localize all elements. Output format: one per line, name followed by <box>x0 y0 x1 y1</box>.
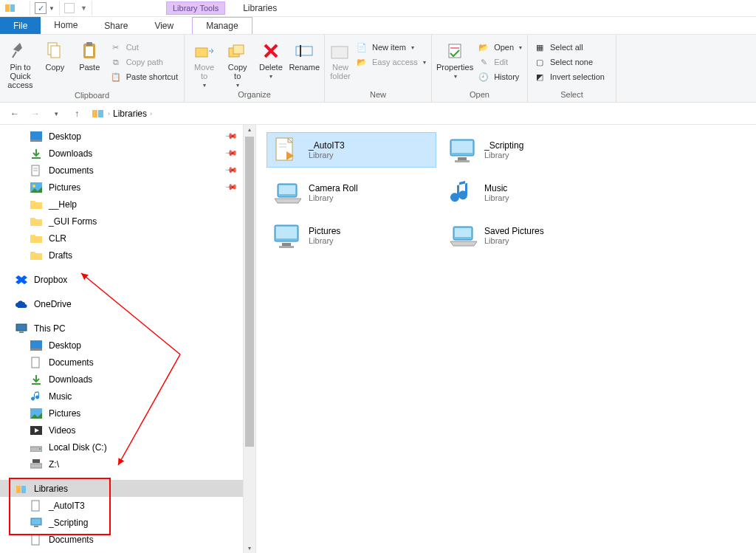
nav-forward-button[interactable]: → <box>27 105 44 123</box>
qat-check-icon[interactable]: ✓ <box>35 2 47 14</box>
tree-help[interactable]: __Help <box>0 196 255 213</box>
library-item[interactable]: Music Library <box>442 175 612 210</box>
library-item[interactable]: _Scripting Library <box>442 132 612 168</box>
tree-drafts[interactable]: Drafts <box>0 247 255 264</box>
tree-lib-documents[interactable]: Documents <box>0 531 255 548</box>
tree-libraries[interactable]: Libraries <box>0 480 255 497</box>
history-button[interactable]: 🕘History <box>476 70 523 83</box>
breadcrumb-libraries[interactable]: Libraries <box>113 109 147 119</box>
svg-rect-43 <box>32 501 39 511</box>
group-clipboard-label: Clipboard <box>4 89 179 101</box>
tree-pc-downloads[interactable]: Downloads <box>0 371 255 388</box>
pin-quick-access-button[interactable]: Pin to Quick access <box>4 38 36 89</box>
paste-shortcut-button[interactable]: 📋Paste shortcut <box>109 70 179 83</box>
new-item-icon: 📄 <box>356 41 368 53</box>
breadcrumb[interactable]: › Libraries › <box>89 105 155 123</box>
library-item[interactable]: Saved Pictures Library <box>442 218 612 253</box>
properties-icon <box>444 41 466 61</box>
tree-thispc[interactable]: This PC <box>0 320 255 337</box>
scrollbar-thumb[interactable] <box>245 137 254 447</box>
tree-lib-scripting[interactable]: _Scripting <box>0 514 255 531</box>
move-to-button[interactable]: Move to▾ <box>189 38 219 89</box>
tree-pc-localc[interactable]: Local Disk (C:) <box>0 439 255 456</box>
tree-documents[interactable]: Documents📌 <box>0 162 255 179</box>
new-item-button[interactable]: 📄New item▾ <box>354 41 427 54</box>
tree-pc-z[interactable]: Z:\ <box>0 456 255 473</box>
library-item[interactable]: Camera Roll Library <box>267 175 436 210</box>
doc-icon <box>272 135 301 165</box>
main-area: Desktop📌 Downloads📌 Documents📌 Pictures📌… <box>0 125 756 553</box>
qat-blank-icon[interactable] <box>64 3 75 13</box>
tree-pictures[interactable]: Pictures📌 <box>0 179 255 196</box>
svg-point-27 <box>32 185 35 188</box>
open-button[interactable]: 📂Open▾ <box>476 41 523 54</box>
library-item[interactable]: Pictures Library <box>267 218 436 253</box>
tree-pc-music[interactable]: Music <box>0 388 255 405</box>
new-folder-button[interactable]: New folder <box>329 38 351 80</box>
copy-to-button[interactable]: Copy to▾ <box>222 38 252 89</box>
item-subtitle: Library <box>309 193 358 202</box>
svg-rect-13 <box>296 47 312 55</box>
paste-button[interactable]: Paste <box>74 38 106 72</box>
svg-rect-7 <box>86 42 92 46</box>
invert-selection-button[interactable]: ◩Invert selection <box>532 70 606 83</box>
monitor-icon <box>447 135 477 165</box>
svg-point-38 <box>39 448 41 450</box>
cut-button[interactable]: ✂Cut <box>109 41 179 54</box>
ribbon: Pin to Quick access Copy Paste ✂Cut ⧉Cop… <box>0 35 756 103</box>
group-organize-label: Organize <box>189 89 320 100</box>
tree-lib-autoit[interactable]: _AutoIT3 <box>0 497 255 514</box>
tree-pc-videos[interactable]: Videos <box>0 422 255 439</box>
library-doc-icon <box>30 499 43 512</box>
dropbox-icon <box>15 273 28 286</box>
svg-rect-1 <box>10 4 15 12</box>
copy-button[interactable]: Copy <box>39 38 71 72</box>
library-item[interactable]: _AutoIT3 Library <box>267 132 436 168</box>
nav-recent-dropdown[interactable]: ▾ <box>47 105 65 123</box>
tree-dropbox[interactable]: Dropbox <box>0 271 255 288</box>
new-folder-icon <box>329 41 351 61</box>
tree-scrollbar[interactable]: ▴ ▾ <box>243 125 255 553</box>
svg-rect-59 <box>279 246 294 248</box>
qat-dropdown-icon[interactable]: ▼ <box>49 5 55 12</box>
tree-pc-pictures[interactable]: Pictures <box>0 405 255 422</box>
tab-share[interactable]: Share <box>91 17 141 34</box>
libraries-icon <box>92 107 105 120</box>
svg-rect-29 <box>19 332 24 333</box>
tree-downloads[interactable]: Downloads📌 <box>0 145 255 162</box>
tab-view[interactable]: View <box>141 17 187 34</box>
monitor-icon <box>272 221 301 250</box>
item-subtitle: Library <box>309 236 340 245</box>
tab-home[interactable]: Home <box>41 17 91 34</box>
easy-access-icon: 📂 <box>356 56 368 68</box>
shortcut-icon: 📋 <box>110 71 122 83</box>
downloads-icon <box>30 147 43 160</box>
tree-desktop[interactable]: Desktop📌 <box>0 128 255 145</box>
tree-gui[interactable]: _GUI Forms <box>0 213 255 230</box>
select-all-button[interactable]: ▦Select all <box>532 41 606 54</box>
tree-clr[interactable]: CLR <box>0 230 255 247</box>
tab-manage[interactable]: Manage <box>192 17 252 34</box>
desktop-icon <box>30 339 43 352</box>
properties-button[interactable]: Properties▾ <box>436 38 473 80</box>
laptop-icon <box>272 178 301 207</box>
edit-button[interactable]: ✎Edit <box>476 55 523 69</box>
open-icon: 📂 <box>478 41 489 53</box>
folder-icon <box>30 249 43 262</box>
tree-pc-documents[interactable]: Documents <box>0 354 255 371</box>
nav-up-button[interactable]: ↑ <box>68 105 86 123</box>
easy-access-button[interactable]: 📂Easy access▾ <box>354 55 427 69</box>
copy-path-button[interactable]: ⧉Copy path <box>109 55 179 69</box>
tree-pc-desktop[interactable]: Desktop <box>0 337 255 354</box>
svg-rect-39 <box>30 464 42 468</box>
delete-icon <box>260 41 282 61</box>
nav-back-button[interactable]: ← <box>6 105 24 123</box>
svg-rect-61 <box>455 228 471 237</box>
select-none-button[interactable]: ▢Select none <box>532 55 606 69</box>
tree-onedrive[interactable]: OneDrive <box>0 295 255 312</box>
tab-file[interactable]: File <box>0 17 41 34</box>
rename-button[interactable]: Rename <box>289 38 320 72</box>
delete-button[interactable]: Delete▾ <box>255 38 286 80</box>
content-pane[interactable]: _AutoIT3 Library _Scripting Library Came… <box>256 125 756 553</box>
item-subtitle: Library <box>484 236 544 245</box>
